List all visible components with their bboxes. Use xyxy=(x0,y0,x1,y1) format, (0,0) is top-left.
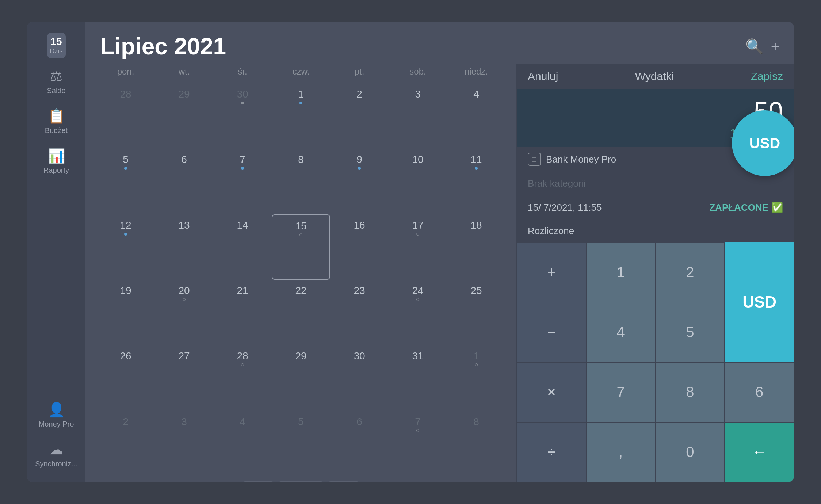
calendar-day[interactable]: 16 xyxy=(330,214,389,280)
calendar-day[interactable]: 28 xyxy=(96,83,155,149)
day-dot xyxy=(124,233,127,236)
calendar-day[interactable]: 17 xyxy=(389,214,447,280)
day-number: 11 xyxy=(470,154,482,165)
numpad-6[interactable]: 6 xyxy=(725,362,794,422)
calendar-day[interactable]: 30 xyxy=(330,345,389,411)
calendar-day[interactable]: 18 xyxy=(447,214,505,280)
sidebar-item-label: Raporty xyxy=(43,166,69,175)
calendar-weeks: 2829301234567891011121314151617181920212… xyxy=(96,83,505,476)
numpad-comma[interactable]: , xyxy=(586,422,656,482)
numpad-7[interactable]: 7 xyxy=(586,362,656,422)
numpad-multiply[interactable]: × xyxy=(517,362,586,422)
calendar-day[interactable]: 6 xyxy=(155,149,213,214)
calendar-day[interactable]: 8 xyxy=(447,411,505,476)
category-row[interactable]: Brak kategorii xyxy=(517,172,794,195)
day-dot xyxy=(416,233,419,236)
calendar-day[interactable]: 24 xyxy=(389,280,447,345)
today-button[interactable]: Dziś xyxy=(278,481,324,482)
calendar-day[interactable]: 1 xyxy=(447,345,505,411)
calendar-day[interactable]: 3 xyxy=(389,83,447,149)
day-number: 17 xyxy=(412,219,423,231)
budzet-icon: 📋 xyxy=(48,108,65,124)
sidebar-item-sync[interactable]: ☁ Synchroniz... xyxy=(27,435,85,475)
day-dot xyxy=(475,167,478,170)
search-button[interactable]: 🔍 xyxy=(745,38,764,55)
next-button[interactable]: › xyxy=(328,481,360,482)
calendar-day[interactable]: 1 xyxy=(272,83,330,149)
numpad-4[interactable]: 4 xyxy=(586,302,656,362)
check-icon: ✅ xyxy=(771,202,783,213)
calendar-day[interactable]: 26 xyxy=(96,345,155,411)
calendar-day[interactable]: 12 xyxy=(96,214,155,280)
day-dot xyxy=(124,167,127,170)
numpad-5[interactable]: 5 xyxy=(656,302,725,362)
numpad-plus[interactable]: + xyxy=(517,242,586,302)
calendar-day[interactable]: 20 xyxy=(155,280,213,345)
calendar-day[interactable]: 22 xyxy=(272,280,330,345)
day-dot xyxy=(241,167,244,170)
numpad-0[interactable]: 0 xyxy=(656,422,725,482)
day-number: 20 xyxy=(178,285,190,297)
calendar-day[interactable]: 30 xyxy=(213,83,272,149)
calendar-day[interactable]: 3 xyxy=(155,411,213,476)
calendar-day[interactable]: 13 xyxy=(155,214,213,280)
calendar-day[interactable]: 10 xyxy=(389,149,447,214)
month-label: Lipiec xyxy=(100,33,168,60)
prev-button[interactable]: ‹ xyxy=(242,481,274,482)
calendar-day[interactable]: 29 xyxy=(272,345,330,411)
currency-badge[interactable]: USD xyxy=(732,110,794,176)
numpad-1[interactable]: 1 xyxy=(586,242,656,302)
calendar-day[interactable]: 7 xyxy=(213,149,272,214)
day-header-wed: śr. xyxy=(213,64,272,80)
calendar-day[interactable]: 5 xyxy=(96,149,155,214)
numpad-minus[interactable]: − xyxy=(517,302,586,362)
day-headers: pon. wt. śr. czw. pt. sob. niedz. xyxy=(96,64,505,80)
sidebar-item-label: Budżet xyxy=(45,126,68,135)
calendar-day[interactable]: 11 xyxy=(447,149,505,214)
calendar-day[interactable]: 9 xyxy=(330,149,389,214)
calendar-day[interactable]: 31 xyxy=(389,345,447,411)
calendar-day[interactable]: 15 xyxy=(272,214,330,280)
sidebar-item-budzet[interactable]: 📋 Budżet xyxy=(27,102,85,141)
calendar-day[interactable]: 6 xyxy=(330,411,389,476)
day-dot xyxy=(475,363,478,366)
calendar-area: pon. wt. śr. czw. pt. sob. niedz. 282930… xyxy=(85,64,794,482)
calendar-day[interactable]: 14 xyxy=(213,214,272,280)
day-number: 26 xyxy=(120,350,131,362)
calendar-day[interactable]: 23 xyxy=(330,280,389,345)
numpad-2[interactable]: 2 xyxy=(656,242,725,302)
calendar-day[interactable]: 5 xyxy=(272,411,330,476)
calendar-day[interactable]: 4 xyxy=(447,83,505,149)
sidebar-item-moneypro[interactable]: 👤 Money Pro xyxy=(27,395,85,435)
add-button[interactable]: + xyxy=(771,38,779,55)
cancel-button[interactable]: Anuluj xyxy=(528,70,558,83)
calendar-day[interactable]: 27 xyxy=(155,345,213,411)
sidebar-item-raporty[interactable]: 📊 Raporty xyxy=(27,141,85,181)
numpad-divide[interactable]: ÷ xyxy=(517,422,586,482)
category-placeholder: Brak kategorii xyxy=(528,178,586,189)
calendar-day[interactable]: 2 xyxy=(96,411,155,476)
calendar-day[interactable]: 4 xyxy=(213,411,272,476)
day-header-mon: pon. xyxy=(96,64,155,80)
numpad-8[interactable]: 8 xyxy=(656,362,725,422)
calendar-day[interactable]: 2 xyxy=(330,83,389,149)
usd-circle-btn[interactable]: USD xyxy=(725,242,794,362)
day-number: 19 xyxy=(120,285,131,297)
calendar-day[interactable]: 28 xyxy=(213,345,272,411)
sidebar-item-saldo[interactable]: ⚖ Saldo xyxy=(27,62,85,102)
save-button[interactable]: Zapisz xyxy=(751,70,783,83)
day-number: 12 xyxy=(120,219,131,231)
calendar-day[interactable]: 29 xyxy=(155,83,213,149)
numpad-backspace[interactable]: ← xyxy=(725,422,794,482)
today-number: 15 xyxy=(50,36,63,47)
calendar-day[interactable]: 25 xyxy=(447,280,505,345)
calendar-day[interactable]: 19 xyxy=(96,280,155,345)
calendar-day[interactable]: 21 xyxy=(213,280,272,345)
day-number: 4 xyxy=(473,88,479,100)
calendar-grid: pon. wt. śr. czw. pt. sob. niedz. 282930… xyxy=(85,64,516,482)
day-number: 8 xyxy=(298,154,304,165)
calendar-day[interactable]: 7 xyxy=(389,411,447,476)
sidebar-item-label: Saldo xyxy=(47,87,65,95)
calendar-day[interactable]: 8 xyxy=(272,149,330,214)
day-number: 3 xyxy=(415,88,421,100)
